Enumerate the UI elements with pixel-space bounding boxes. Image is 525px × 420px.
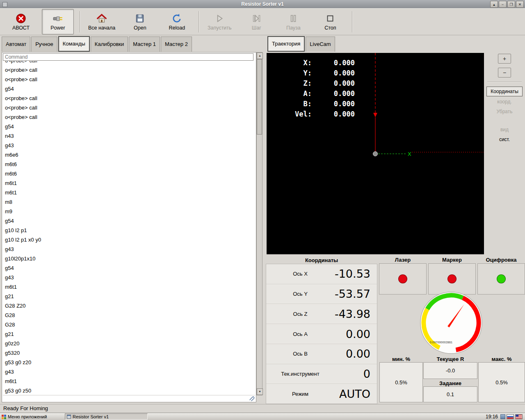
view-button[interactable]: вид bbox=[486, 125, 523, 134]
coord-button[interactable]: коорд. bbox=[486, 97, 523, 106]
dro-row: Y: 0.000 bbox=[267, 68, 361, 78]
command-list-item[interactable]: g53 g0 z20 bbox=[3, 358, 255, 367]
scrollbar-thumb[interactable] bbox=[257, 59, 262, 135]
window-icon bbox=[67, 415, 71, 419]
indicator-box bbox=[477, 263, 525, 294]
keyboard-layout-us-icon[interactable] bbox=[515, 414, 523, 419]
minimize-icon[interactable]: − bbox=[499, 1, 507, 8]
command-list-item[interactable]: g43 bbox=[3, 244, 255, 254]
tab-master1[interactable]: Мастер 1 bbox=[129, 37, 160, 52]
command-list-item[interactable]: g54 bbox=[3, 263, 255, 273]
coordinate-value: 0.00 bbox=[334, 347, 377, 360]
command-list-item[interactable]: G28 bbox=[3, 310, 255, 320]
command-list-item[interactable]: o<probe> call bbox=[3, 112, 255, 122]
run-label: Запустить bbox=[208, 25, 232, 31]
command-list-item[interactable]: g54 bbox=[3, 84, 255, 94]
tab-master2[interactable]: Мастер 2 bbox=[161, 37, 192, 52]
home-all-button[interactable]: Все начала bbox=[84, 9, 119, 34]
gremlin-preview[interactable]: X X: 0.000 Y: 0.000 Z: 0.000 bbox=[267, 53, 484, 254]
scroll-down-icon[interactable]: ▼ bbox=[257, 388, 263, 395]
command-list-item[interactable]: m6t1 bbox=[3, 282, 255, 292]
tab-livecam[interactable]: LiveCam bbox=[306, 37, 335, 52]
command-list-item[interactable]: n43 bbox=[3, 131, 255, 141]
r-gauge: 0.097000002861 bbox=[419, 290, 484, 355]
stop-icon bbox=[325, 13, 336, 24]
command-list-item[interactable]: m6t1 bbox=[3, 377, 255, 386]
command-list-item[interactable]: G28 bbox=[3, 320, 255, 329]
tab-manual[interactable]: Ручное bbox=[31, 37, 57, 52]
system-button[interactable]: сист. bbox=[486, 135, 523, 144]
dro-axis-value: 0.000 bbox=[312, 68, 355, 78]
command-list-item[interactable]: g21 bbox=[3, 292, 255, 301]
open-button[interactable]: Open bbox=[124, 9, 156, 34]
tab-auto[interactable]: Автомат bbox=[2, 37, 30, 52]
command-list-item[interactable]: o<probe> call bbox=[3, 94, 255, 103]
stop-label: Стоп bbox=[324, 25, 336, 31]
command-list-item[interactable]: g0z20 bbox=[3, 339, 255, 348]
step-button[interactable]: Шаг bbox=[240, 9, 272, 34]
indicator: Оцифровка bbox=[477, 257, 525, 294]
gauge-value: 0.097000002861 bbox=[430, 340, 453, 344]
tab-calibration[interactable]: Калибровки bbox=[91, 37, 128, 52]
target-value[interactable]: 0.1 bbox=[423, 386, 477, 402]
command-list-item[interactable]: g21 bbox=[3, 329, 255, 339]
command-list-item[interactable]: g53 g0 z50 bbox=[3, 386, 255, 395]
command-list-item[interactable]: m9 bbox=[3, 207, 255, 216]
shade-icon[interactable]: ▴ bbox=[490, 1, 498, 8]
toolbar-separator bbox=[80, 11, 80, 32]
close-icon[interactable]: ✕ bbox=[516, 1, 524, 8]
command-input[interactable] bbox=[3, 53, 253, 61]
command-list-item[interactable]: o<probe> call bbox=[3, 103, 255, 112]
command-list-item[interactable]: m6e6 bbox=[3, 150, 255, 160]
tab-trajectory[interactable]: Траектория bbox=[267, 36, 305, 52]
command-list-item[interactable]: m8 bbox=[3, 197, 255, 207]
command-list-scrollbar[interactable]: ▲ ▼ bbox=[256, 52, 262, 395]
tab-commands[interactable]: Команды bbox=[58, 36, 90, 52]
resize-grip-icon[interactable] bbox=[249, 396, 255, 402]
command-list-item[interactable]: o<probe> call bbox=[3, 75, 255, 84]
command-history-list[interactable]: o<probe> call o<probe> call o<probe> cal… bbox=[3, 61, 255, 396]
stop-button[interactable]: Стоп bbox=[314, 9, 346, 34]
taskbar-window-button[interactable]: Resistor Sorter v1 bbox=[65, 413, 148, 420]
scroll-up-icon[interactable]: ▲ bbox=[257, 52, 263, 59]
command-list-item[interactable]: o<probe> call bbox=[3, 61, 255, 65]
command-list-item[interactable]: o<probe> call bbox=[3, 65, 255, 75]
command-list-item[interactable]: g10 l2 p1 bbox=[3, 226, 255, 235]
power-button[interactable]: Power bbox=[42, 9, 74, 34]
zoom-out-button[interactable]: − bbox=[498, 68, 511, 78]
command-list-item[interactable]: m6t1 bbox=[3, 178, 255, 188]
command-list-item[interactable]: g43 bbox=[3, 367, 255, 377]
command-list-item[interactable]: g5320 bbox=[3, 348, 255, 358]
indicator: Лазер bbox=[379, 257, 427, 294]
titlebar[interactable]: Resistor Sorter v1 ▴ − ❐ ✕ bbox=[0, 0, 525, 8]
applications-menu-button[interactable]: Меню приложений bbox=[2, 413, 47, 420]
run-button[interactable]: Запустить bbox=[203, 9, 235, 34]
command-list-item[interactable]: g54 bbox=[3, 216, 255, 226]
maximize-icon[interactable]: ❐ bbox=[507, 1, 515, 8]
coordinate-label: Ось Y bbox=[266, 291, 334, 297]
tray-app-icon[interactable] bbox=[500, 414, 505, 419]
coordinates-toggle-button[interactable]: Координаты bbox=[486, 87, 523, 96]
indicator: Маркер bbox=[428, 257, 476, 294]
command-list-item[interactable]: g43 bbox=[3, 141, 255, 150]
zoom-in-button[interactable]: + bbox=[498, 54, 511, 64]
command-list-item[interactable]: g43 bbox=[3, 273, 255, 282]
estop-label: АВОСТ bbox=[12, 25, 30, 31]
coordinate-value: -10.53 bbox=[334, 267, 377, 280]
command-list-item[interactable]: g10l20p1x10 bbox=[3, 254, 255, 263]
keyboard-layout-ru-icon[interactable] bbox=[507, 414, 514, 419]
command-list-item[interactable]: m6t6 bbox=[3, 169, 255, 178]
clear-button[interactable]: Убрать bbox=[486, 107, 523, 116]
reload-button[interactable]: Reload bbox=[161, 9, 193, 34]
command-list-item[interactable]: G28 Z20 bbox=[3, 301, 255, 310]
clock[interactable]: 19:16 bbox=[486, 413, 498, 420]
command-list-item[interactable]: m6t6 bbox=[3, 160, 255, 169]
indicator-lamp-icon bbox=[497, 274, 506, 283]
left-tabbar: Автомат Ручное Команды Калибровки Мастер… bbox=[2, 36, 193, 52]
command-list-item[interactable]: m6t1 bbox=[3, 188, 255, 197]
pause-button[interactable]: Пауза bbox=[277, 9, 309, 34]
coordinate-label: Ось Z bbox=[266, 311, 334, 317]
estop-button[interactable]: АВОСТ bbox=[5, 9, 37, 34]
command-list-item[interactable]: g54 bbox=[3, 122, 255, 131]
command-list-item[interactable]: g10 l2 p1 x0 y0 bbox=[3, 235, 255, 244]
